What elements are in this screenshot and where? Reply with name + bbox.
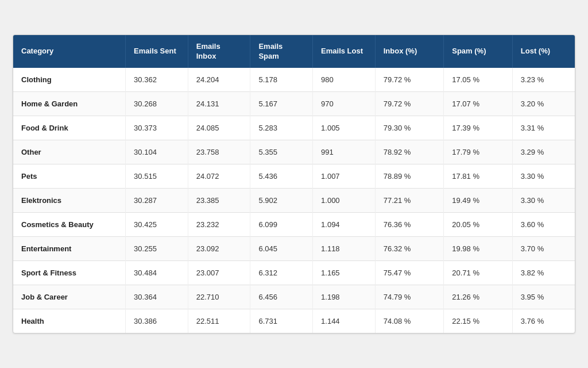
cell-sent: 30.255 — [126, 237, 188, 261]
cell-lost_pct: 3.20 % — [512, 92, 575, 116]
cell-sent: 30.373 — [126, 116, 188, 140]
cell-lost_pct: 3.76 % — [512, 309, 575, 334]
cell-lost: 1.000 — [313, 189, 376, 213]
cell-inbox: 24.204 — [188, 68, 250, 92]
cell-sent: 30.268 — [126, 92, 188, 116]
cell-lost_pct: 3.70 % — [512, 237, 575, 261]
cell-inbox: 23.385 — [188, 189, 250, 213]
cell-sent: 30.104 — [126, 140, 188, 164]
cell-spam: 6.312 — [250, 261, 313, 285]
cell-spam_pct: 20.05 % — [444, 213, 513, 237]
cell-category: Entertainment — [13, 237, 126, 261]
table-header-inbox: Emails Inbox — [188, 35, 250, 68]
cell-category: Clothing — [13, 68, 126, 92]
table-row: Home & Garden30.26824.1315.16797079.72 %… — [13, 92, 575, 116]
cell-category: Cosmetics & Beauty — [13, 213, 126, 237]
cell-lost: 991 — [313, 140, 376, 164]
cell-lost: 1.007 — [313, 164, 376, 189]
cell-category: Pets — [13, 164, 126, 189]
cell-category: Home & Garden — [13, 92, 126, 116]
cell-spam_pct: 17.05 % — [444, 68, 513, 92]
cell-lost_pct: 3.82 % — [512, 261, 575, 285]
cell-inbox: 23.092 — [188, 237, 250, 261]
cell-lost: 1.198 — [313, 285, 376, 309]
table-header-spam-pct: Spam (%) — [444, 35, 513, 68]
cell-sent: 30.287 — [126, 189, 188, 213]
cell-inbox: 23.758 — [188, 140, 250, 164]
cell-category: Other — [13, 140, 126, 164]
cell-spam: 6.456 — [250, 285, 313, 309]
cell-category: Elektronics — [13, 189, 126, 213]
cell-inbox: 23.232 — [188, 213, 250, 237]
table-header-lost: Emails Lost — [313, 35, 376, 68]
table-header-lost-pct: Lost (%) — [512, 35, 575, 68]
table-row: Cosmetics & Beauty30.42523.2326.0991.094… — [13, 213, 575, 237]
cell-lost_pct: 3.31 % — [512, 116, 575, 140]
cell-spam: 6.731 — [250, 309, 313, 334]
cell-sent: 30.364 — [126, 285, 188, 309]
cell-sent: 30.362 — [126, 68, 188, 92]
cell-sent: 30.425 — [126, 213, 188, 237]
table-row: Health30.38622.5116.7311.14474.08 %22.15… — [13, 309, 575, 334]
cell-inbox_pct: 79.72 % — [375, 92, 444, 116]
cell-inbox_pct: 78.89 % — [375, 164, 444, 189]
table-row: Pets30.51524.0725.4361.00778.89 %17.81 %… — [13, 164, 575, 189]
table-row: Elektronics30.28723.3855.9021.00077.21 %… — [13, 189, 575, 213]
cell-lost: 980 — [313, 68, 376, 92]
cell-sent: 30.515 — [126, 164, 188, 189]
cell-inbox: 22.710 — [188, 285, 250, 309]
cell-inbox_pct: 74.08 % — [375, 309, 444, 334]
cell-lost: 1.118 — [313, 237, 376, 261]
cell-inbox: 23.007 — [188, 261, 250, 285]
cell-spam_pct: 20.71 % — [444, 261, 513, 285]
cell-inbox_pct: 77.21 % — [375, 189, 444, 213]
cell-spam_pct: 17.07 % — [444, 92, 513, 116]
cell-inbox_pct: 78.92 % — [375, 140, 444, 164]
cell-spam_pct: 17.79 % — [444, 140, 513, 164]
table-header-row: CategoryEmails SentEmails InboxEmails Sp… — [13, 35, 575, 68]
cell-lost_pct: 3.60 % — [512, 213, 575, 237]
cell-lost_pct: 3.30 % — [512, 189, 575, 213]
cell-spam_pct: 17.81 % — [444, 164, 513, 189]
table-row: Other30.10423.7585.35599178.92 %17.79 %3… — [13, 140, 575, 164]
cell-inbox_pct: 79.30 % — [375, 116, 444, 140]
cell-spam_pct: 21.26 % — [444, 285, 513, 309]
cell-inbox_pct: 74.79 % — [375, 285, 444, 309]
cell-sent: 30.386 — [126, 309, 188, 334]
cell-spam: 5.902 — [250, 189, 313, 213]
cell-inbox_pct: 75.47 % — [375, 261, 444, 285]
cell-spam: 6.099 — [250, 213, 313, 237]
table-header-sent: Emails Sent — [126, 35, 188, 68]
cell-lost_pct: 3.23 % — [512, 68, 575, 92]
cell-sent: 30.484 — [126, 261, 188, 285]
cell-spam: 5.167 — [250, 92, 313, 116]
cell-inbox_pct: 76.32 % — [375, 237, 444, 261]
cell-lost: 1.144 — [313, 309, 376, 334]
cell-inbox: 22.511 — [188, 309, 250, 334]
cell-spam: 5.436 — [250, 164, 313, 189]
cell-inbox: 24.131 — [188, 92, 250, 116]
cell-spam: 6.045 — [250, 237, 313, 261]
table-header-category: Category — [13, 35, 126, 68]
table-body: Clothing30.36224.2045.17898079.72 %17.05… — [13, 68, 575, 333]
cell-spam_pct: 19.49 % — [444, 189, 513, 213]
cell-lost_pct: 3.95 % — [512, 285, 575, 309]
table-header-spam: Emails Spam — [250, 35, 313, 68]
cell-spam_pct: 19.98 % — [444, 237, 513, 261]
cell-inbox: 24.085 — [188, 116, 250, 140]
cell-lost: 1.094 — [313, 213, 376, 237]
table-row: Job & Career30.36422.7106.4561.19874.79 … — [13, 285, 575, 309]
table-row: Sport & Fitness30.48423.0076.3121.16575.… — [13, 261, 575, 285]
table-row: Clothing30.36224.2045.17898079.72 %17.05… — [13, 68, 575, 92]
cell-category: Sport & Fitness — [13, 261, 126, 285]
cell-inbox_pct: 76.36 % — [375, 213, 444, 237]
cell-spam: 5.355 — [250, 140, 313, 164]
cell-inbox: 24.072 — [188, 164, 250, 189]
cell-spam: 5.178 — [250, 68, 313, 92]
cell-category: Job & Career — [13, 285, 126, 309]
cell-spam_pct: 17.39 % — [444, 116, 513, 140]
email-stats-table: CategoryEmails SentEmails InboxEmails Sp… — [13, 34, 575, 334]
cell-category: Food & Drink — [13, 116, 126, 140]
table-header-inbox-pct: Inbox (%) — [375, 35, 444, 68]
cell-lost: 1.005 — [313, 116, 376, 140]
